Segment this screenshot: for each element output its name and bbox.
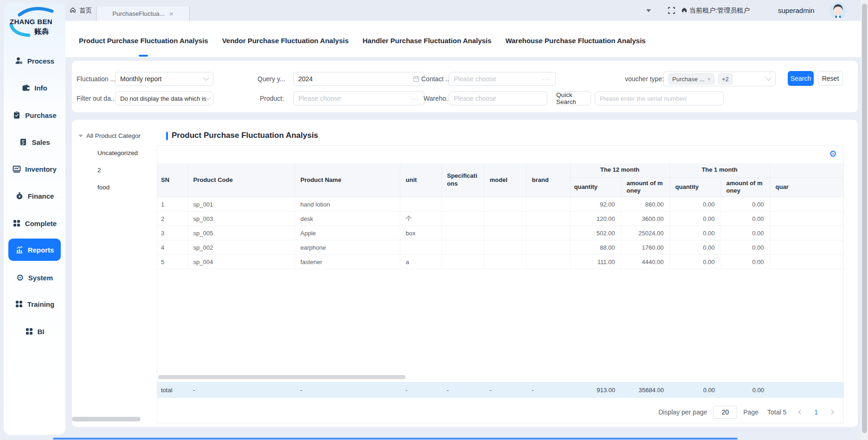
total-dash: - [441, 387, 484, 394]
tab-vendor-analysis[interactable]: Vendor Purchase Fluctuation Analysis [222, 37, 349, 45]
tree-item-2[interactable]: 2 [97, 167, 101, 174]
ellipsis-icon: ··· [542, 76, 551, 83]
query-year-input[interactable]: 2024 [293, 72, 424, 86]
subcol-1m-quantity[interactable]: quantity [669, 177, 720, 197]
gear-icon: ⚙ [16, 273, 24, 282]
fluctuation-value: Monthly report [120, 75, 161, 83]
current-page-button[interactable]: 1 [814, 408, 818, 416]
tree-caret-icon[interactable] [78, 135, 83, 137]
table-row[interactable]: 1sp_001hand lotion 92.00860.00 0.000.00 [157, 197, 843, 212]
home-breadcrumb[interactable]: 首页 [69, 0, 92, 21]
sidebar-item-label: Sales [32, 138, 50, 146]
voucher-more-tag[interactable]: +2 [718, 73, 733, 84]
tree-item-food[interactable]: food [97, 184, 109, 191]
open-page-tab[interactable]: PurchaseFluctua... × [96, 6, 190, 21]
total-dash: - [400, 387, 441, 394]
warehouse-placeholder: Please choose [454, 95, 496, 102]
bottom-blue-scrollbar[interactable] [53, 438, 738, 440]
sidebar-item-process[interactable]: Process [8, 51, 61, 71]
reset-button[interactable]: Reset [818, 71, 843, 86]
query-year-label: Query y... [257, 72, 285, 86]
tab-product-analysis[interactable]: Product Purchase Fluctuation Analysis [79, 37, 208, 45]
calendar-icon [413, 76, 419, 82]
sidebar-item-inventory[interactable]: Inventory [8, 159, 61, 179]
sidebar-item-training[interactable]: Training [8, 294, 61, 314]
quick-search-button[interactable]: Quick Search [556, 91, 591, 105]
filter-out-select[interactable]: Do not display the data which is 0 [115, 91, 213, 105]
username[interactable]: superadmin [778, 0, 814, 21]
total-dash: - [484, 387, 526, 394]
close-icon[interactable]: × [169, 10, 174, 17]
title-accent-bar [166, 132, 168, 140]
chevron-down-icon [765, 75, 772, 81]
house-icon [681, 6, 688, 14]
sidebar-item-finance[interactable]: ¥ Finance [8, 186, 61, 206]
prev-page-icon[interactable] [797, 409, 803, 415]
col-header-model[interactable]: model [484, 163, 526, 197]
fluctuation-select[interactable]: Monthly report [115, 72, 213, 86]
home-label: 首页 [79, 6, 92, 15]
tree-root-all-product-category[interactable]: All Product Categor [78, 132, 141, 139]
tenant-indicator[interactable]: 当前租户:管理员租户 [681, 0, 750, 21]
tenant-label: 当前租户:管理员租户 [689, 6, 750, 15]
query-year-value: 2024 [298, 75, 313, 83]
table-row[interactable]: 5sp_004fastener a 111.004440.00 0.000.00 [157, 255, 843, 269]
search-button[interactable]: Search [788, 71, 814, 86]
table-horizontal-scrollbar[interactable] [158, 375, 405, 379]
subcol-1m-amount[interactable]: amount of money [720, 177, 770, 197]
sidebar-item-sales[interactable]: Sales [8, 132, 61, 152]
sidebar-item-reports[interactable]: Reports [8, 239, 61, 261]
svg-text:¥: ¥ [18, 194, 20, 199]
tab-warehouse-analysis[interactable]: Warehouse Purchase Fluctuation Analysis [505, 37, 645, 45]
warehouse-input[interactable]: Please choose [449, 91, 547, 105]
product-input[interactable]: Please choose ··· [293, 91, 424, 105]
next-page-icon[interactable] [829, 409, 835, 415]
col-header-unit[interactable]: unit [400, 163, 441, 197]
sidebar-item-info[interactable]: Info [8, 78, 61, 98]
window-vertical-scrollbar[interactable] [862, 4, 867, 433]
table-row[interactable]: 4sp_002earphone 88.001760.00 0.000.00 [157, 240, 843, 255]
col-header-sn[interactable]: SN [157, 163, 187, 197]
ellipsis-icon: ··· [411, 95, 419, 102]
app-logo[interactable]: ZHANG BEN 账犇 [4, 6, 65, 40]
chevron-down-icon [203, 75, 209, 81]
voucher-tag[interactable]: Purchase ... × [669, 73, 714, 84]
sidebar-item-purchase[interactable]: Purchase [8, 105, 61, 125]
voucher-type-select[interactable]: Purchase ... × +2 [663, 71, 776, 86]
topbar: 首页 PurchaseFluctua... × 当前租户:管理员租户 super… [65, 0, 861, 21]
col-header-specifications[interactable]: Specifications [441, 163, 484, 197]
pagination: Display per page 20 Page Total 5 1 [658, 401, 835, 423]
total-12m-amount: 35684.00 [621, 387, 669, 394]
table-row[interactable]: 2sp_003desk 个 120.003600.00 0.000.00 [157, 212, 843, 226]
subcol-12m-quantity[interactable]: quantity [570, 177, 621, 197]
serial-number-input[interactable]: Please enter the serial number/ [595, 91, 724, 105]
window-horizontal-scrollbar[interactable] [72, 417, 141, 421]
col-header-product-name[interactable]: Product Name [295, 163, 400, 197]
tab-handler-analysis[interactable]: Handler Purchase Fluctuation Analysis [363, 37, 492, 45]
subcol-clipped[interactable]: quar [770, 177, 843, 197]
sidebar-item-complete[interactable]: Complete [8, 213, 61, 233]
col-header-product-code[interactable]: Product Code [187, 163, 295, 197]
filter-out-label: Filter out da... [77, 91, 116, 105]
table-row[interactable]: 3sp_005Apple box 502.0025024.00 0.000.00 [157, 226, 843, 240]
close-icon[interactable]: × [707, 76, 711, 82]
contact-input[interactable]: Please choose ··· [449, 72, 556, 86]
col-header-brand[interactable]: brand [526, 163, 570, 197]
wallet-icon [22, 84, 30, 92]
subcol-12m-amount[interactable]: amount of money [621, 177, 669, 197]
sidebar-item-system[interactable]: ⚙ System [8, 267, 61, 288]
settings-icon[interactable]: ⚙ [829, 149, 837, 158]
sidebar-item-label: Info [34, 84, 47, 92]
sidebar-item-label: BI [38, 328, 45, 336]
report-panel: All Product Categor Uncategorized 2 food… [72, 120, 858, 427]
fluctuation-label: Fluctuation ... [77, 72, 116, 86]
page-size-input[interactable]: 20 [713, 406, 737, 419]
sidebar-item-bi[interactable]: BI [8, 321, 61, 342]
home-icon [69, 6, 77, 15]
chevron-down-icon[interactable] [646, 9, 651, 12]
grid-icon [25, 327, 33, 336]
tree-item-uncategorized[interactable]: Uncategorized [97, 149, 138, 156]
total-label: total [157, 387, 187, 394]
fullscreen-icon[interactable] [668, 6, 675, 16]
avatar[interactable] [829, 2, 847, 19]
